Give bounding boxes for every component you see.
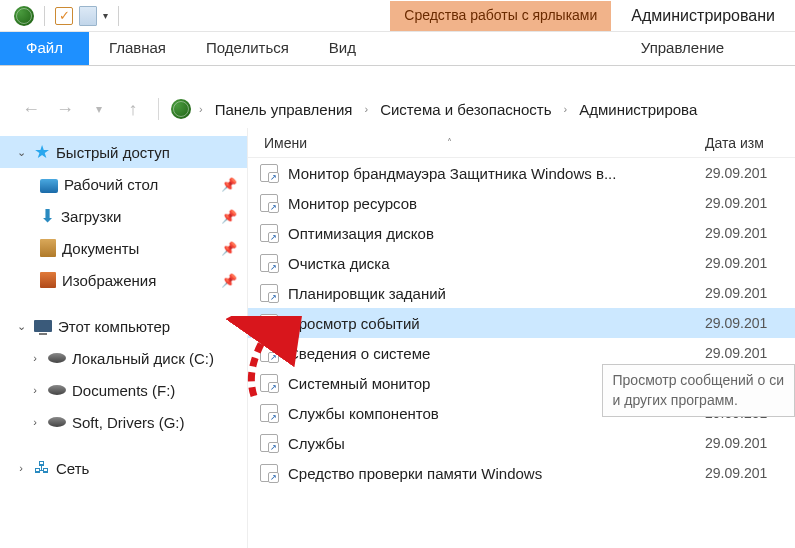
- sidebar-item-documents[interactable]: Документы 📌: [0, 232, 247, 264]
- file-row[interactable]: Оптимизация дисков29.09.201: [248, 218, 795, 248]
- star-icon: ★: [34, 143, 50, 161]
- file-name: Службы: [288, 435, 705, 452]
- history-dropdown-icon[interactable]: ▾: [86, 96, 112, 122]
- documents-icon: [40, 239, 56, 257]
- disk-icon: [48, 417, 66, 427]
- forward-button[interactable]: →: [52, 96, 78, 122]
- file-row[interactable]: Средство проверки памяти Windows29.09.20…: [248, 458, 795, 488]
- up-button[interactable]: ↑: [120, 96, 146, 122]
- shortcut-icon: [258, 192, 280, 214]
- shortcut-icon: [258, 462, 280, 484]
- shortcut-icon: [258, 402, 280, 424]
- file-name: Очистка диска: [288, 255, 705, 272]
- collapse-icon[interactable]: ⌄: [14, 146, 28, 159]
- location-icon[interactable]: [171, 99, 191, 119]
- file-row[interactable]: Монитор ресурсов29.09.201: [248, 188, 795, 218]
- sidebar-item-quick-access[interactable]: ⌄ ★ Быстрый доступ: [0, 136, 247, 168]
- breadcrumb-item[interactable]: Панель управления: [211, 98, 357, 121]
- ribbon-body: [0, 66, 795, 84]
- sidebar-item-pictures[interactable]: Изображения 📌: [0, 264, 247, 296]
- file-date: 29.09.201: [705, 465, 795, 481]
- file-list: Монитор брандмауэра Защитника Windows в.…: [248, 158, 795, 488]
- properties-icon[interactable]: ✓: [55, 7, 73, 25]
- expand-icon[interactable]: ›: [28, 416, 42, 428]
- disk-icon: [48, 385, 66, 395]
- tab-share[interactable]: Поделиться: [186, 32, 309, 65]
- file-date: 29.09.201: [705, 195, 795, 211]
- file-row[interactable]: Очистка диска29.09.201: [248, 248, 795, 278]
- qat-dropdown-icon[interactable]: ▾: [103, 10, 108, 21]
- tab-file[interactable]: Файл: [0, 32, 89, 65]
- tab-view[interactable]: Вид: [309, 32, 376, 65]
- pin-icon[interactable]: 📌: [221, 273, 237, 288]
- sidebar-item-downloads[interactable]: ⬇ Загрузки 📌: [0, 200, 247, 232]
- file-date: 29.09.201: [705, 315, 795, 331]
- sidebar-item-label: Изображения: [62, 272, 215, 289]
- file-name: Сведения о системе: [288, 345, 705, 362]
- shortcut-icon: [258, 252, 280, 274]
- context-category-label: Средства работы с ярлыками: [390, 1, 611, 31]
- new-folder-icon[interactable]: [79, 6, 97, 26]
- file-date: 29.09.201: [705, 225, 795, 241]
- breadcrumb-item[interactable]: Система и безопасность: [376, 98, 555, 121]
- tab-home[interactable]: Главная: [89, 32, 186, 65]
- file-date: 29.09.201: [705, 285, 795, 301]
- sidebar-item-label: Документы: [62, 240, 215, 257]
- file-row[interactable]: Монитор брандмауэра Защитника Windows в.…: [248, 158, 795, 188]
- sidebar-item-label: Documents (F:): [72, 382, 247, 399]
- downloads-icon: ⬇: [40, 205, 55, 227]
- shortcut-icon: [258, 372, 280, 394]
- explorer-body: ⌄ ★ Быстрый доступ Рабочий стол 📌 ⬇ Загр…: [0, 128, 795, 548]
- pin-icon[interactable]: 📌: [221, 177, 237, 192]
- tab-manage[interactable]: Управление: [570, 32, 795, 65]
- collapse-icon[interactable]: ⌄: [14, 320, 28, 333]
- file-date: 29.09.201: [705, 255, 795, 271]
- computer-icon: [34, 320, 52, 332]
- shortcut-icon: [258, 282, 280, 304]
- sidebar-item-desktop[interactable]: Рабочий стол 📌: [0, 168, 247, 200]
- expand-icon[interactable]: ›: [28, 384, 42, 396]
- expand-icon[interactable]: ›: [14, 462, 28, 474]
- file-name: Оптимизация дисков: [288, 225, 705, 242]
- pictures-icon: [40, 272, 56, 288]
- sidebar-item-label: Рабочий стол: [64, 176, 215, 193]
- app-icon[interactable]: [14, 6, 34, 26]
- chevron-right-icon[interactable]: ›: [195, 103, 207, 115]
- contextual-tab-header: Средства работы с ярлыками Администриров…: [390, 1, 795, 31]
- network-icon: 🖧: [34, 459, 50, 477]
- breadcrumb-item[interactable]: Администрирова: [575, 98, 701, 121]
- sidebar-item-network[interactable]: › 🖧 Сеть: [0, 452, 247, 484]
- sidebar-item-label: Загрузки: [61, 208, 215, 225]
- shortcut-icon: [258, 162, 280, 184]
- file-name: Монитор ресурсов: [288, 195, 705, 212]
- sidebar-item-this-pc[interactable]: ⌄ Этот компьютер: [0, 310, 247, 342]
- window-title: Администрировани: [611, 1, 795, 31]
- column-headers[interactable]: Имени ˄ Дата изм: [248, 128, 795, 158]
- tooltip: Просмотр сообщений о си и других програм…: [602, 364, 795, 417]
- chevron-right-icon[interactable]: ›: [360, 103, 372, 115]
- quick-access-toolbar: ✓ ▾: [0, 6, 123, 26]
- pin-icon[interactable]: 📌: [221, 241, 237, 256]
- shortcut-icon: [258, 222, 280, 244]
- breadcrumb[interactable]: › Панель управления › Система и безопасн…: [171, 98, 701, 121]
- separator: [118, 6, 119, 26]
- file-row[interactable]: Планировщик заданий29.09.201: [248, 278, 795, 308]
- sidebar-item-drive-c[interactable]: › Локальный диск (C:): [0, 342, 247, 374]
- expand-icon[interactable]: ›: [28, 352, 42, 364]
- file-row[interactable]: Службы29.09.201: [248, 428, 795, 458]
- sidebar-item-label: Soft, Drivers (G:): [72, 414, 247, 431]
- pin-icon[interactable]: 📌: [221, 209, 237, 224]
- sidebar-item-drive-f[interactable]: › Documents (F:): [0, 374, 247, 406]
- navigation-bar: ← → ▾ ↑ › Панель управления › Система и …: [0, 90, 795, 128]
- back-button[interactable]: ←: [18, 96, 44, 122]
- file-date: 29.09.201: [705, 345, 795, 361]
- file-row[interactable]: Просмотр событий29.09.201: [248, 308, 795, 338]
- file-list-pane: Имени ˄ Дата изм Монитор брандмауэра Защ…: [248, 128, 795, 548]
- chevron-right-icon[interactable]: ›: [560, 103, 572, 115]
- separator: [158, 98, 159, 120]
- column-name[interactable]: Имени ˄: [248, 135, 705, 151]
- column-date[interactable]: Дата изм: [705, 135, 795, 151]
- sidebar-item-drive-g[interactable]: › Soft, Drivers (G:): [0, 406, 247, 438]
- file-name: Планировщик заданий: [288, 285, 705, 302]
- separator: [44, 6, 45, 26]
